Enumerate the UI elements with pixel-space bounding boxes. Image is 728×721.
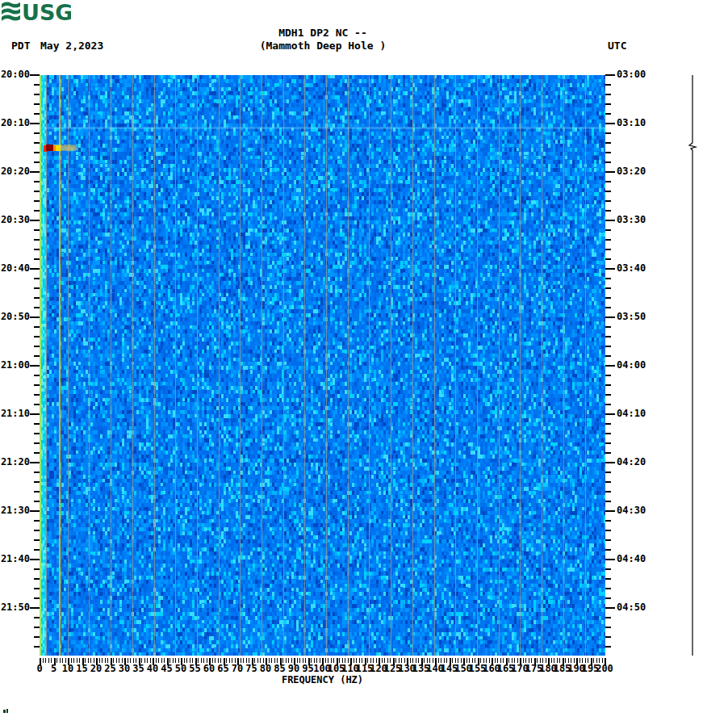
left-axis-tick bbox=[34, 84, 40, 86]
left-axis-tick bbox=[30, 220, 40, 221]
frequency-axis-tick bbox=[201, 658, 202, 663]
right-axis-tick bbox=[605, 568, 611, 570]
left-axis-tick bbox=[34, 94, 40, 95]
frequency-axis-tick bbox=[158, 658, 159, 663]
right-axis-tick bbox=[605, 365, 615, 367]
right-axis-tick bbox=[605, 287, 611, 289]
right-axis-tick-label: 03:00 bbox=[617, 69, 659, 80]
left-axis-tick bbox=[34, 132, 40, 134]
right-axis-tick bbox=[605, 200, 611, 202]
seismogram-trace bbox=[686, 75, 699, 656]
left-axis-tick-label: 20:20 bbox=[0, 166, 30, 177]
right-axis-tick-label: 04:00 bbox=[617, 360, 659, 371]
frequency-axis-tick-label: 90 bbox=[288, 664, 299, 674]
frequency-axis-tick-label: 25 bbox=[104, 664, 115, 674]
right-axis-tick bbox=[605, 588, 611, 589]
right-axis-tick bbox=[605, 472, 611, 473]
right-axis-tick bbox=[605, 520, 611, 522]
right-axis-tick bbox=[605, 442, 611, 444]
left-axis-tick-label: 21:30 bbox=[0, 505, 30, 516]
frequency-axis-tick bbox=[367, 658, 368, 663]
left-axis-tick bbox=[34, 481, 40, 483]
right-axis-tick bbox=[605, 171, 615, 173]
left-axis-tick bbox=[34, 501, 40, 502]
left-axis-tick bbox=[34, 491, 40, 493]
frequency-axis-tick bbox=[271, 658, 272, 663]
left-axis-tick-label: 21:00 bbox=[0, 360, 30, 371]
left-axis-tick-label: 20:10 bbox=[0, 118, 30, 128]
right-axis-tick bbox=[605, 423, 611, 425]
right-axis-tick-label: 03:30 bbox=[617, 215, 659, 225]
frequency-axis-tick bbox=[141, 658, 142, 663]
left-axis-tick bbox=[34, 646, 40, 648]
left-axis-tick-label: 20:40 bbox=[0, 263, 30, 274]
spectrogram-page: USGS MDH1 DP2 NC -- (Mammoth Deep Hole )… bbox=[0, 0, 728, 721]
frequency-axis-tick bbox=[593, 658, 594, 663]
frequency-axis-tick bbox=[523, 658, 524, 663]
frequency-axis-tick bbox=[286, 658, 287, 663]
right-axis-tick bbox=[605, 549, 611, 551]
frequency-axis-tick bbox=[173, 658, 174, 663]
right-axis-tick bbox=[605, 375, 611, 376]
frequency-axis-tick bbox=[88, 658, 89, 663]
left-axis-tick bbox=[30, 607, 40, 609]
frequency-axis-tick bbox=[299, 658, 300, 663]
frequency-axis-tick bbox=[113, 658, 114, 663]
left-axis-tick bbox=[34, 355, 40, 357]
frequency-axis-tick bbox=[480, 658, 481, 663]
corner-mark bbox=[3, 710, 6, 713]
right-axis-tick bbox=[605, 646, 611, 648]
right-axis-tick bbox=[605, 123, 615, 124]
right-axis-tick bbox=[605, 94, 611, 95]
frequency-axis-tick-label: 200 bbox=[596, 664, 613, 674]
left-axis-tick bbox=[34, 336, 40, 337]
right-axis-tick bbox=[605, 297, 611, 299]
right-axis-tick bbox=[605, 191, 611, 192]
left-axis-tick bbox=[34, 636, 40, 638]
frequency-axis-tick-label: 65 bbox=[217, 664, 228, 674]
left-timezone-label: PDT bbox=[11, 40, 30, 52]
left-axis-tick bbox=[34, 161, 40, 163]
right-axis-tick-label: 04:50 bbox=[617, 602, 659, 613]
frequency-axis-tick bbox=[186, 658, 187, 663]
left-axis-tick bbox=[34, 549, 40, 551]
left-axis-tick bbox=[34, 433, 40, 434]
right-axis-tick-label: 04:40 bbox=[617, 554, 659, 564]
right-axis-tick bbox=[605, 433, 611, 434]
frequency-axis-tick bbox=[339, 658, 340, 663]
right-axis-tick bbox=[605, 452, 611, 454]
right-axis-tick bbox=[605, 239, 611, 241]
frequency-axis-tick bbox=[198, 658, 199, 663]
right-axis-tick bbox=[605, 346, 611, 347]
right-axis-tick bbox=[605, 491, 611, 493]
left-axis-tick bbox=[30, 365, 40, 367]
left-axis-tick bbox=[34, 578, 40, 580]
left-axis-tick bbox=[34, 229, 40, 231]
left-axis-tick bbox=[34, 103, 40, 105]
right-axis-tick bbox=[605, 249, 611, 250]
right-axis-tick bbox=[605, 229, 611, 231]
left-axis-tick bbox=[34, 239, 40, 241]
left-axis-tick bbox=[34, 394, 40, 396]
left-axis-tick bbox=[30, 559, 40, 560]
left-axis-tick bbox=[34, 568, 40, 570]
frequency-axis-tick-label: 5 bbox=[51, 664, 56, 674]
spectrogram-plot bbox=[40, 75, 605, 656]
left-axis-tick bbox=[34, 297, 40, 299]
right-axis-tick bbox=[605, 220, 615, 221]
left-axis-tick bbox=[34, 258, 40, 260]
frequency-axis-tick bbox=[73, 658, 74, 663]
left-axis-tick bbox=[30, 171, 40, 173]
left-axis-tick bbox=[34, 442, 40, 444]
frequency-axis-tick bbox=[229, 658, 230, 663]
frequency-axis-tick bbox=[257, 658, 258, 663]
right-axis-tick-label: 03:10 bbox=[617, 118, 659, 128]
frequency-axis-tick bbox=[382, 658, 383, 663]
frequency-axis-tick-label: 45 bbox=[161, 664, 172, 674]
left-axis-tick bbox=[34, 539, 40, 541]
right-axis-tick bbox=[605, 113, 611, 115]
left-axis-tick bbox=[30, 316, 40, 318]
right-axis-tick bbox=[605, 181, 611, 182]
left-axis-tick bbox=[34, 278, 40, 279]
right-axis-tick bbox=[605, 404, 611, 405]
